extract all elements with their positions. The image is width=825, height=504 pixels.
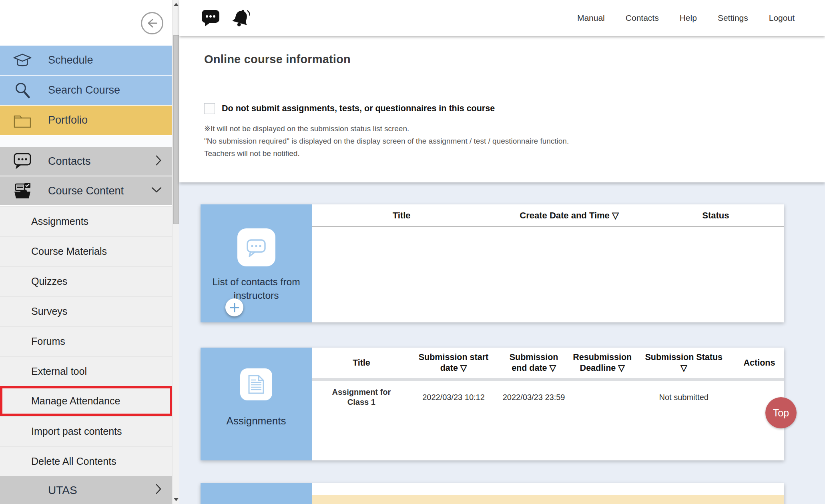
note-line: Teachers will not be notified. <box>204 147 825 160</box>
next-card-panel <box>201 483 312 504</box>
contacts-panel-label: List of contacts from instructors <box>201 275 312 302</box>
contacts-table-body-empty <box>312 227 784 322</box>
sidebar-subitem-label: Import past contents <box>31 426 122 437</box>
sidebar-item-surveys[interactable]: Surveys <box>0 296 172 326</box>
document-icon <box>247 374 265 394</box>
sidebar-item-import-past-contents[interactable]: Import past contents <box>0 416 172 446</box>
column-submission-status-sort[interactable]: Submission Status ▽ <box>633 352 735 374</box>
scrollbar-down-button[interactable] <box>173 495 180 504</box>
topbar-nav: Manual Contacts Help Settings Logout <box>567 9 805 27</box>
note-line: ※It will not be displayed on the submiss… <box>204 122 825 135</box>
sidebar-item-course-materials[interactable]: Course Materials <box>0 236 172 266</box>
column-label: ▽ <box>680 363 687 374</box>
plus-icon <box>229 302 240 313</box>
sidebar-collapse-button[interactable] <box>141 12 163 34</box>
column-label: Title <box>353 358 370 368</box>
column-submission-end-sort[interactable]: Submission end date ▽ <box>496 352 572 374</box>
triangle-up-icon <box>174 3 179 6</box>
arrow-left-icon <box>146 17 158 29</box>
sidebar-item-label: Portfolio <box>48 114 88 126</box>
scrollbar-thumb[interactable] <box>173 35 179 224</box>
chat-bubble-icon <box>245 237 267 258</box>
nav-settings[interactable]: Settings <box>707 9 759 27</box>
sidebar-item-assignments[interactable]: Assignments <box>0 206 172 236</box>
course-content-box-icon <box>12 181 33 200</box>
assignment-row: Assignment for Class 1 2022/03/23 10:12 … <box>312 381 784 414</box>
messages-icon[interactable] <box>201 9 221 27</box>
sidebar-subitem-label: Delete All Contents <box>31 456 116 467</box>
contacts-from-instructors-card: List of contacts from instructors Title … <box>201 204 784 322</box>
course-info-panel: Online course information Do not submit … <box>179 36 825 182</box>
sidebar-item-label: Contacts <box>48 155 91 168</box>
sidebar-item-course-content[interactable]: Course Content <box>0 176 172 206</box>
sidebar-item-search-course[interactable]: Search Course <box>0 76 172 106</box>
column-title: Title <box>312 358 411 368</box>
column-label: end date ▽ <box>512 363 556 374</box>
column-create-date-sort[interactable]: Create Date and Time ▽ <box>491 210 647 221</box>
page-title: Online course information <box>204 36 825 66</box>
sidebar-item-label: UTAS <box>48 484 77 497</box>
assignments-table-body-empty <box>312 414 784 460</box>
add-contact-button[interactable] <box>225 298 243 316</box>
next-section-card-partial <box>201 483 784 504</box>
sidebar-subitem-label: Quizzes <box>31 276 67 287</box>
sidebar-item-portfolio[interactable]: Portfolio <box>0 106 172 136</box>
sidebar-item-manage-attendance[interactable]: Manage Attendance <box>0 386 172 416</box>
column-label: Submission start <box>419 352 488 363</box>
assignment-submission-start: 2022/03/23 10:12 <box>411 393 496 402</box>
column-label: Submission Status <box>645 352 723 363</box>
sidebar-item-label: Schedule <box>48 54 93 66</box>
sidebar-item-schedule[interactable]: Schedule <box>0 46 172 76</box>
chevron-right-icon <box>156 155 162 167</box>
assignments-card-panel: Assignments <box>201 348 312 460</box>
column-title: Title <box>312 210 491 221</box>
sidebar-menu: Schedule Search Course Portfolio <box>0 46 172 504</box>
nav-contacts[interactable]: Contacts <box>615 9 669 27</box>
assignments-table-header: Title Submission start date ▽ Submission… <box>312 348 784 378</box>
divider <box>204 91 820 91</box>
column-resubmission-deadline-sort[interactable]: Resubmission Deadline ▽ <box>572 352 633 374</box>
sidebar-subitem-label: Surveys <box>31 306 67 317</box>
next-card-header-strip <box>312 483 784 495</box>
nav-manual[interactable]: Manual <box>567 9 615 27</box>
chevron-down-icon <box>151 187 162 195</box>
sidebar-item-forums[interactable]: Forums <box>0 326 172 356</box>
assignments-card: Assignments Title Submission start date … <box>201 348 784 460</box>
top-button-label: Top <box>773 407 789 419</box>
scroll-to-top-button[interactable]: Top <box>765 397 797 428</box>
notifications-bell-icon[interactable] <box>231 8 251 28</box>
nav-logout[interactable]: Logout <box>759 9 805 27</box>
nav-help[interactable]: Help <box>669 9 707 27</box>
sidebar-item-external-tool[interactable]: External tool <box>0 356 172 386</box>
assignments-panel-label: Assignments <box>223 414 290 428</box>
sidebar-gap <box>0 136 172 147</box>
sidebar-item-utas[interactable]: UTAS <box>0 476 172 504</box>
sidebar-item-delete-all-contents[interactable]: Delete All Contents <box>0 446 172 476</box>
no-submission-row: Do not submit assignments, tests, or que… <box>204 103 825 114</box>
assignment-submission-end: 2022/03/23 23:59 <box>496 393 572 402</box>
sidebar: Schedule Search Course Portfolio <box>0 0 172 504</box>
contacts-card-panel: List of contacts from instructors <box>201 204 312 322</box>
assignment-title-link[interactable]: Assignment for Class 1 <box>312 387 411 407</box>
chevron-right-icon <box>156 484 162 497</box>
triangle-down-icon <box>174 498 179 501</box>
sidebar-item-quizzes[interactable]: Quizzes <box>0 266 172 296</box>
next-card-table <box>312 483 784 504</box>
column-actions: Actions <box>735 358 784 368</box>
scrollbar-up-button[interactable] <box>173 0 180 9</box>
sidebar-subitem-label: Course Materials <box>31 246 107 257</box>
sidebar-subitem-label: External tool <box>31 366 87 377</box>
no-submission-checkbox[interactable] <box>204 103 215 114</box>
assignments-panel-icon-tile <box>240 368 272 400</box>
chat-bubble-icon <box>12 152 33 171</box>
column-submission-start-sort[interactable]: Submission start date ▽ <box>411 352 496 374</box>
sidebar-scrollbar[interactable] <box>172 0 179 504</box>
contacts-table-header: Title Create Date and Time ▽ Status <box>312 204 784 227</box>
contacts-table: Title Create Date and Time ▽ Status <box>312 204 784 322</box>
no-submission-label: Do not submit assignments, tests, or que… <box>222 104 495 114</box>
sidebar-item-contacts[interactable]: Contacts <box>0 147 172 176</box>
content-area: List of contacts from instructors Title … <box>179 182 825 504</box>
search-icon <box>12 81 33 100</box>
notes: ※It will not be displayed on the submiss… <box>204 122 825 160</box>
next-card-highlight-row <box>312 495 784 504</box>
